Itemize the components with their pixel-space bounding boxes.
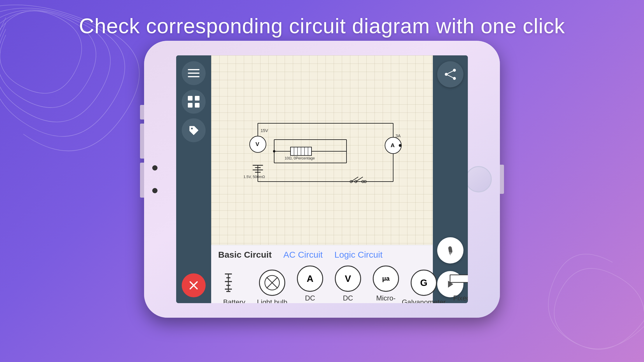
light-bulb-label: Light bulb (257, 298, 287, 303)
svg-rect-68 (450, 275, 468, 282)
component-dc-voltmeter[interactable]: V DC Voltmeter (332, 266, 364, 303)
dc-ammeter-label: DC Ammeter (294, 294, 326, 303)
svg-text:3A: 3A (396, 133, 401, 138)
screen: 10Ω, 0Percentage V 15V A 3A (176, 55, 468, 303)
tab-row: Basic Circuit AC Circuit Logic Circuit (218, 250, 426, 260)
svg-point-41 (273, 150, 275, 152)
galvanometer-label: Galvanometer (402, 298, 446, 303)
component-fixed-resistance[interactable]: Fixed resistance (446, 266, 468, 303)
circuit-diagram: 10Ω, 0Percentage V 15V A 3A (211, 55, 433, 245)
light-bulb-icon (259, 270, 285, 296)
share-button[interactable] (437, 61, 463, 87)
left-sidebar (176, 55, 211, 303)
bottom-panel: Basic Circuit AC Circuit Logic Circuit (211, 245, 433, 303)
indicator-dot-2 (152, 188, 158, 193)
component-galvanometer[interactable]: G Galvanometer (408, 270, 440, 303)
svg-point-47 (399, 144, 402, 147)
volume-up-button (140, 124, 144, 159)
svg-line-10 (446, 70, 454, 74)
tab-ac-circuit[interactable]: AC Circuit (283, 250, 323, 260)
svg-text:1.5V, 500mΩ: 1.5V, 500mΩ (243, 175, 265, 179)
circuit-canvas: 10Ω, 0Percentage V 15V A 3A (211, 55, 433, 245)
grid-button[interactable] (182, 90, 206, 114)
svg-marker-14 (449, 254, 452, 256)
svg-line-11 (446, 74, 454, 78)
fixed-resistance-label: Fixed resistance (446, 294, 468, 303)
tab-logic-circuit[interactable]: Logic Circuit (334, 250, 382, 260)
micro-ammeter-icon: μa (373, 266, 399, 292)
micro-ammeter-label: Micro-ammeter (370, 294, 402, 303)
svg-rect-3 (195, 103, 200, 108)
svg-rect-2 (188, 103, 192, 108)
share-button-container (433, 61, 468, 87)
svg-text:10Ω, 0Percentage: 10Ω, 0Percentage (285, 156, 315, 160)
galvanometer-icon: G (411, 270, 437, 296)
tablet-device: 10Ω, 0Percentage V 15V A 3A (144, 41, 500, 318)
svg-text:A: A (391, 142, 395, 148)
indicator-dot-1 (152, 165, 158, 171)
close-button[interactable] (182, 273, 206, 297)
tablet-left-indicators (152, 165, 158, 193)
dc-voltmeter-label: DC Voltmeter (332, 294, 364, 303)
battery-label: Battery (223, 298, 245, 303)
main-content: 10Ω, 0Percentage V 15V A 3A (211, 55, 433, 303)
component-dc-ammeter[interactable]: A DC Ammeter (294, 266, 326, 303)
power-button (140, 105, 144, 120)
components-row: Battery (218, 266, 426, 303)
tablet-right-button (500, 165, 504, 194)
component-light-bulb[interactable]: Light bulb (256, 270, 288, 303)
fixed-resistance-icon (449, 266, 468, 292)
component-micro-ammeter[interactable]: μa Micro-ammeter (370, 266, 402, 303)
dc-ammeter-icon: A (297, 266, 323, 292)
component-battery[interactable]: Battery (218, 270, 250, 303)
battery-icon (221, 270, 247, 296)
tag-button[interactable] (182, 118, 206, 142)
dc-voltmeter-icon: V (335, 266, 361, 292)
tab-basic-circuit[interactable]: Basic Circuit (218, 250, 272, 260)
volume-down-button (140, 163, 144, 198)
svg-point-4 (191, 128, 193, 129)
menu-button[interactable] (182, 61, 206, 85)
svg-text:V: V (256, 141, 259, 147)
svg-rect-0 (188, 96, 192, 101)
home-button[interactable] (466, 166, 492, 192)
page-title: Check corresponding circuit diagram with… (79, 14, 565, 38)
svg-point-7 (453, 69, 456, 72)
pen-tool-button[interactable] (437, 237, 463, 263)
tablet-volume-buttons (140, 105, 144, 198)
svg-text:15V: 15V (261, 128, 268, 133)
svg-rect-1 (195, 96, 200, 101)
